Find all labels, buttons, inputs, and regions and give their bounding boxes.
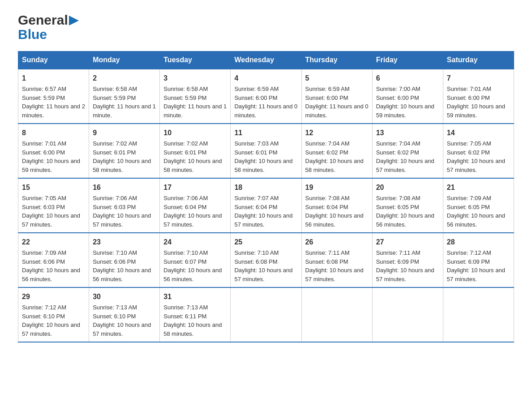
- sunset-text: Sunset: 6:02 PM: [447, 149, 490, 156]
- daylight-text: Daylight: 10 hours and 59 minutes.: [22, 158, 80, 173]
- daylight-text: Daylight: 10 hours and 58 minutes.: [305, 158, 364, 173]
- sunset-text: Sunset: 6:10 PM: [93, 313, 136, 320]
- calendar-cell: 20Sunrise: 7:08 AMSunset: 6:05 PMDayligh…: [372, 178, 443, 233]
- daylight-text: Daylight: 11 hours and 0 minutes.: [305, 103, 369, 119]
- sunset-text: Sunset: 6:02 PM: [305, 149, 348, 156]
- daylight-text: Daylight: 10 hours and 58 minutes.: [93, 158, 151, 173]
- daylight-text: Daylight: 10 hours and 57 minutes.: [93, 212, 151, 228]
- day-number: 3: [163, 73, 227, 84]
- day-number: 4: [234, 73, 297, 84]
- day-number: 28: [447, 237, 510, 248]
- calendar-header-row: SundayMondayTuesdayWednesdayThursdayFrid…: [18, 51, 514, 69]
- calendar-cell: 31Sunrise: 7:13 AMSunset: 6:11 PMDayligh…: [160, 287, 231, 342]
- calendar-cell: 26Sunrise: 7:11 AMSunset: 6:08 PMDayligh…: [301, 233, 372, 287]
- day-number: 16: [93, 182, 156, 193]
- sunrise-text: Sunrise: 6:58 AM: [93, 86, 137, 92]
- daylight-text: Daylight: 10 hours and 57 minutes.: [22, 321, 80, 337]
- day-number: 8: [22, 128, 85, 138]
- day-number: 13: [376, 128, 439, 138]
- sunset-text: Sunset: 6:00 PM: [447, 94, 490, 101]
- calendar-cell: 3Sunrise: 6:58 AMSunset: 5:59 PMDaylight…: [160, 69, 231, 124]
- sunset-text: Sunset: 6:08 PM: [305, 258, 348, 265]
- calendar-cell: 9Sunrise: 7:02 AMSunset: 6:01 PMDaylight…: [89, 124, 160, 178]
- calendar-week-3: 15Sunrise: 7:05 AMSunset: 6:03 PMDayligh…: [18, 178, 514, 233]
- day-number: 29: [22, 291, 85, 302]
- day-number: 12: [305, 128, 369, 138]
- calendar-week-2: 8Sunrise: 7:01 AMSunset: 6:00 PMDaylight…: [18, 124, 514, 178]
- sunrise-text: Sunrise: 7:01 AM: [447, 86, 491, 92]
- day-number: 20: [376, 182, 439, 193]
- calendar-cell: 19Sunrise: 7:08 AMSunset: 6:04 PMDayligh…: [301, 178, 372, 233]
- day-number: 7: [447, 73, 510, 84]
- calendar-cell: 24Sunrise: 7:10 AMSunset: 6:07 PMDayligh…: [160, 233, 231, 287]
- sunset-text: Sunset: 6:10 PM: [22, 313, 65, 320]
- sunrise-text: Sunrise: 6:58 AM: [163, 86, 208, 92]
- day-number: 24: [163, 237, 227, 248]
- daylight-text: Daylight: 10 hours and 58 minutes.: [163, 158, 222, 173]
- day-number: 15: [22, 182, 85, 193]
- calendar-cell: [301, 287, 372, 342]
- sunrise-text: Sunrise: 6:57 AM: [22, 86, 66, 92]
- sunset-text: Sunset: 6:01 PM: [163, 149, 206, 156]
- calendar-cell: 29Sunrise: 7:12 AMSunset: 6:10 PMDayligh…: [18, 287, 89, 342]
- sunrise-text: Sunrise: 7:09 AM: [22, 249, 66, 256]
- calendar-cell: 2Sunrise: 6:58 AMSunset: 5:59 PMDaylight…: [89, 69, 160, 124]
- day-header-wednesday: Wednesday: [231, 51, 301, 69]
- logo: General Blue: [18, 13, 79, 42]
- day-number: 6: [376, 73, 439, 84]
- day-number: 19: [305, 182, 369, 193]
- daylight-text: Daylight: 11 hours and 1 minute.: [163, 103, 227, 119]
- daylight-text: Daylight: 10 hours and 56 minutes.: [93, 267, 151, 283]
- sunset-text: Sunset: 6:02 PM: [376, 149, 419, 156]
- sunset-text: Sunset: 5:59 PM: [22, 94, 65, 101]
- day-header-friday: Friday: [372, 51, 443, 69]
- day-header-tuesday: Tuesday: [160, 51, 231, 69]
- daylight-text: Daylight: 10 hours and 56 minutes.: [376, 212, 434, 228]
- sunset-text: Sunset: 6:06 PM: [93, 258, 136, 265]
- sunset-text: Sunset: 6:00 PM: [376, 94, 419, 101]
- calendar-week-1: 1Sunrise: 6:57 AMSunset: 5:59 PMDaylight…: [18, 69, 514, 124]
- calendar-cell: 12Sunrise: 7:04 AMSunset: 6:02 PMDayligh…: [301, 124, 372, 178]
- calendar-cell: 30Sunrise: 7:13 AMSunset: 6:10 PMDayligh…: [89, 287, 160, 342]
- daylight-text: Daylight: 10 hours and 59 minutes.: [376, 103, 434, 119]
- sunset-text: Sunset: 6:08 PM: [234, 258, 277, 265]
- sunrise-text: Sunrise: 7:11 AM: [376, 249, 420, 256]
- logo-line1: General: [18, 13, 79, 27]
- sunset-text: Sunset: 6:04 PM: [234, 204, 277, 210]
- daylight-text: Daylight: 10 hours and 57 minutes.: [234, 212, 292, 228]
- day-number: 25: [234, 237, 297, 248]
- daylight-text: Daylight: 10 hours and 59 minutes.: [447, 103, 505, 119]
- sunrise-text: Sunrise: 7:02 AM: [163, 140, 208, 147]
- calendar-cell: 7Sunrise: 7:01 AMSunset: 6:00 PMDaylight…: [443, 69, 514, 124]
- day-number: 5: [305, 73, 369, 84]
- sunset-text: Sunset: 6:05 PM: [447, 204, 490, 210]
- daylight-text: Daylight: 10 hours and 57 minutes.: [447, 267, 505, 283]
- daylight-text: Daylight: 10 hours and 57 minutes.: [305, 267, 364, 283]
- sunrise-text: Sunrise: 7:00 AM: [376, 86, 420, 92]
- logo-general: General: [18, 13, 68, 27]
- day-number: 21: [447, 182, 510, 193]
- sunrise-text: Sunrise: 7:10 AM: [234, 249, 279, 256]
- sunset-text: Sunset: 6:07 PM: [163, 258, 206, 265]
- sunset-text: Sunset: 6:01 PM: [93, 149, 136, 156]
- day-number: 1: [22, 73, 85, 84]
- sunset-text: Sunset: 6:05 PM: [376, 204, 419, 210]
- daylight-text: Daylight: 10 hours and 58 minutes.: [163, 321, 222, 337]
- sunrise-text: Sunrise: 7:08 AM: [376, 195, 420, 201]
- day-number: 27: [376, 237, 439, 248]
- daylight-text: Daylight: 11 hours and 2 minutes.: [22, 103, 85, 119]
- daylight-text: Daylight: 10 hours and 56 minutes.: [22, 267, 80, 283]
- calendar-cell: 1Sunrise: 6:57 AMSunset: 5:59 PMDaylight…: [18, 69, 89, 124]
- sunrise-text: Sunrise: 7:02 AM: [93, 140, 137, 147]
- calendar-cell: 28Sunrise: 7:12 AMSunset: 6:09 PMDayligh…: [443, 233, 514, 287]
- sunset-text: Sunset: 6:03 PM: [22, 204, 65, 210]
- sunset-text: Sunset: 6:01 PM: [234, 149, 277, 156]
- calendar-cell: 17Sunrise: 7:06 AMSunset: 6:04 PMDayligh…: [160, 178, 231, 233]
- sunset-text: Sunset: 6:09 PM: [447, 258, 490, 265]
- calendar-cell: 8Sunrise: 7:01 AMSunset: 6:00 PMDaylight…: [18, 124, 89, 178]
- calendar-cell: [231, 287, 301, 342]
- sunset-text: Sunset: 6:11 PM: [163, 313, 206, 320]
- sunrise-text: Sunrise: 7:06 AM: [163, 195, 208, 201]
- sunrise-text: Sunrise: 7:10 AM: [163, 249, 208, 256]
- sunset-text: Sunset: 6:06 PM: [22, 258, 65, 265]
